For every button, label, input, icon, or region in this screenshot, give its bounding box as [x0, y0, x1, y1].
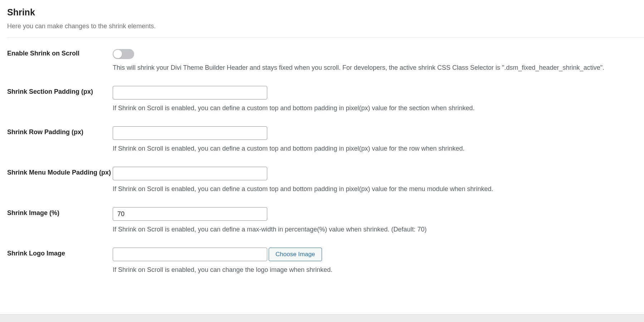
- desc-logo-image: If Shrink on Scroll is enabled, you can …: [113, 266, 644, 274]
- input-menu-padding[interactable]: [113, 167, 267, 180]
- desc-enable-shrink: This will shrink your Divi Theme Builder…: [113, 64, 644, 72]
- choose-image-button[interactable]: Choose Image: [269, 248, 322, 261]
- field-enable-shrink: Enable Shrink on Scroll This will shrink…: [7, 48, 644, 72]
- label-logo-image: Shrink Logo Image: [7, 248, 113, 257]
- label-enable-shrink: Enable Shrink on Scroll: [7, 48, 113, 57]
- field-row-padding: Shrink Row Padding (px) If Shrink on Scr…: [7, 126, 644, 152]
- control-section-padding: If Shrink on Scroll is enabled, you can …: [113, 86, 644, 112]
- input-shrink-image[interactable]: [113, 207, 267, 221]
- input-logo-image[interactable]: [113, 248, 267, 261]
- toggle-enable-shrink[interactable]: [113, 49, 134, 59]
- section-divider: [7, 37, 644, 38]
- label-row-padding: Shrink Row Padding (px): [7, 126, 113, 136]
- input-row-logo: Choose Image: [113, 248, 644, 261]
- label-section-padding: Shrink Section Padding (px): [7, 86, 113, 96]
- desc-section-padding: If Shrink on Scroll is enabled, you can …: [113, 104, 644, 112]
- control-enable-shrink: This will shrink your Divi Theme Builder…: [113, 48, 644, 72]
- field-logo-image: Shrink Logo Image Choose Image If Shrink…: [7, 248, 644, 274]
- field-shrink-image: Shrink Image (%) If Shrink on Scroll is …: [7, 207, 644, 233]
- label-menu-padding: Shrink Menu Module Padding (px): [7, 167, 113, 176]
- desc-row-padding: If Shrink on Scroll is enabled, you can …: [113, 145, 644, 152]
- field-menu-padding: Shrink Menu Module Padding (px) If Shrin…: [7, 167, 644, 193]
- section-title: Shrink: [7, 7, 644, 18]
- section-subtitle: Here you can make changes to the shrink …: [7, 23, 644, 30]
- control-menu-padding: If Shrink on Scroll is enabled, you can …: [113, 167, 644, 193]
- desc-shrink-image: If Shrink on Scroll is enabled, you can …: [113, 226, 644, 233]
- label-shrink-image: Shrink Image (%): [7, 207, 113, 217]
- toggle-slider-icon: [113, 49, 134, 59]
- input-section-padding[interactable]: [113, 86, 267, 99]
- field-section-padding: Shrink Section Padding (px) If Shrink on…: [7, 86, 644, 112]
- control-shrink-image: If Shrink on Scroll is enabled, you can …: [113, 207, 644, 233]
- control-row-padding: If Shrink on Scroll is enabled, you can …: [113, 126, 644, 152]
- input-row-padding[interactable]: [113, 126, 267, 140]
- desc-menu-padding: If Shrink on Scroll is enabled, you can …: [113, 185, 644, 193]
- control-logo-image: Choose Image If Shrink on Scroll is enab…: [113, 248, 644, 274]
